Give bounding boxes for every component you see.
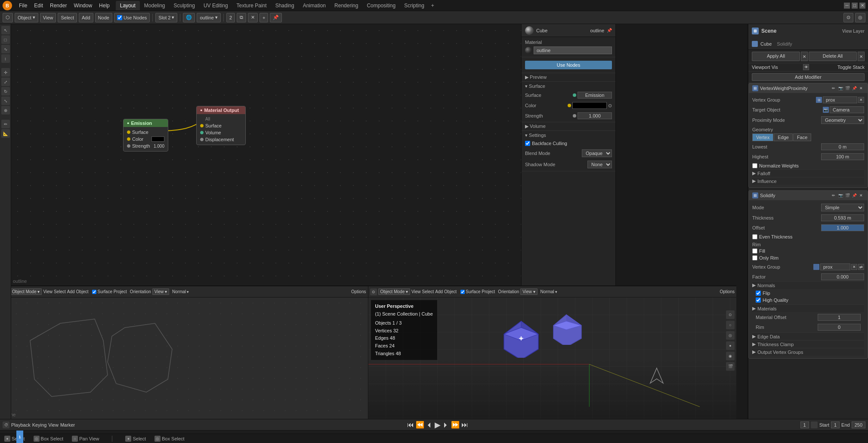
pin-icon[interactable]: 📌 bbox=[270, 13, 282, 22]
next-keyframe-btn[interactable]: ⏵ bbox=[442, 421, 449, 429]
vwp-lowest-value[interactable]: 0 m bbox=[821, 143, 864, 150]
vwp-highest-value[interactable]: 100 m bbox=[821, 153, 864, 160]
vwp-vertex-group-value[interactable]: prox bbox=[823, 96, 857, 103]
left-vp-view-btn[interactable]: View bbox=[43, 289, 53, 294]
prev-keyframe-btn[interactable]: ⏴ bbox=[426, 421, 433, 429]
vwp-vg-clear[interactable]: ✕ bbox=[858, 97, 864, 103]
tab-animation[interactable]: Animation bbox=[299, 1, 330, 10]
vwp-close-icon[interactable]: ✕ bbox=[858, 85, 864, 91]
solidify-cam-icon[interactable]: 📷 bbox=[837, 192, 843, 198]
tab-rendering[interactable]: Rendering bbox=[330, 1, 362, 10]
keyframe-icon[interactable] bbox=[811, 421, 818, 428]
surface-toggle[interactable]: ▾ Surface bbox=[525, 84, 612, 89]
flip-checkbox[interactable] bbox=[756, 291, 761, 296]
normal-dropdown-left[interactable]: Normal bbox=[172, 289, 186, 294]
tool-cursor[interactable]: ✛ bbox=[1, 68, 10, 77]
tab-compositing[interactable]: Compositing bbox=[362, 1, 400, 10]
unlink-icon[interactable]: ✕ bbox=[248, 13, 258, 22]
vwp-target-value[interactable]: Camera bbox=[830, 106, 864, 113]
solidify-close-icon[interactable]: ✕ bbox=[858, 192, 864, 198]
material-slot-name[interactable]: outline bbox=[534, 46, 612, 54]
vwp-pin-icon[interactable]: 📌 bbox=[851, 85, 857, 91]
tab-modeling[interactable]: Modeling bbox=[140, 1, 170, 10]
modifiers-scroll[interactable]: ⊞ VertexWeightProximity ✏ 📷 🎬 📌 ✕ Vertex… bbox=[748, 83, 868, 419]
jump-end-btn[interactable]: ⏭ bbox=[461, 421, 468, 429]
surface-project-checkbox-left[interactable] bbox=[92, 290, 96, 294]
color-expand-icon[interactable]: ⊙ bbox=[608, 103, 612, 108]
vwp-edit-icon[interactable]: ✏ bbox=[831, 85, 837, 91]
preview-toggle[interactable]: ▶ Preview bbox=[522, 73, 615, 82]
playback-btn[interactable]: Playback bbox=[11, 422, 31, 428]
end-frame[interactable]: 250 bbox=[852, 421, 865, 428]
next-frame-btn[interactable]: ⏩ bbox=[451, 421, 460, 429]
solidify-thickness-value[interactable]: 0.593 m bbox=[821, 214, 864, 221]
normal-dropdown-right[interactable]: Normal bbox=[541, 289, 554, 294]
vp-xray-icon[interactable]: ◎ bbox=[726, 331, 735, 340]
jump-start-btn[interactable]: ⏮ bbox=[407, 421, 414, 429]
surface-project-checkbox-right[interactable] bbox=[460, 290, 465, 294]
tool-annotate[interactable]: ✏ bbox=[1, 120, 10, 128]
solidify-mode-select[interactable]: Simple bbox=[821, 204, 864, 211]
vertex-btn[interactable]: Vertex bbox=[752, 133, 773, 141]
tab-uv-editing[interactable]: UV Editing bbox=[199, 1, 232, 10]
influence-toggle[interactable]: ▶ Influence bbox=[752, 177, 864, 185]
tool-transform[interactable]: ⊕ bbox=[1, 106, 10, 115]
new-icon[interactable]: + bbox=[259, 13, 268, 22]
normals-toggle[interactable]: ▶ Normals bbox=[752, 281, 864, 289]
current-frame-display[interactable]: 1 bbox=[800, 421, 809, 428]
edge-btn[interactable]: Edge bbox=[774, 133, 793, 141]
outline-dropdown[interactable]: outline ▾ bbox=[197, 13, 220, 22]
high-quality-checkbox[interactable] bbox=[756, 297, 761, 303]
right-vp-view-btn[interactable]: View bbox=[411, 289, 421, 294]
shadow-mode-select[interactable]: None bbox=[587, 161, 612, 168]
emission-node[interactable]: ● Emission Surface Color Strength 1.000 bbox=[123, 119, 168, 152]
tab-layout[interactable]: Layout bbox=[116, 1, 140, 10]
start-frame[interactable]: 1 bbox=[831, 421, 840, 428]
maximize-button[interactable]: □ bbox=[852, 3, 858, 9]
solidify-vg-clear[interactable]: ✕ bbox=[851, 264, 857, 270]
left-vp-mode-dropdown[interactable]: Object Mode ▾ bbox=[10, 288, 42, 295]
tool-move[interactable]: ⤢ bbox=[1, 77, 10, 86]
tab-texture-paint[interactable]: Texture Paint bbox=[232, 1, 271, 10]
options-label-right[interactable]: Options bbox=[720, 289, 735, 294]
play-btn[interactable]: ▶ bbox=[435, 420, 441, 430]
output-vertex-groups-toggle[interactable]: ▶ Output Vertex Groups bbox=[752, 348, 864, 356]
solidify-vg-flip[interactable]: ⇄ bbox=[858, 264, 864, 270]
slot-num-btn[interactable]: 2 bbox=[226, 13, 235, 22]
right-vp-add-btn[interactable]: Add bbox=[435, 289, 443, 294]
orientation-dropdown-left[interactable]: View ▾ bbox=[152, 288, 169, 295]
even-thickness-checkbox[interactable] bbox=[752, 234, 757, 239]
left-vp-select-btn[interactable]: Select bbox=[54, 289, 66, 294]
tool-scale[interactable]: ⤡ bbox=[1, 96, 10, 105]
apply-all-button[interactable]: Apply All bbox=[752, 52, 800, 61]
tab-sculpting[interactable]: Sculpting bbox=[170, 1, 199, 10]
add-workspace-btn[interactable]: + bbox=[429, 2, 437, 9]
header-use-nodes-checkbox[interactable]: Use Nodes bbox=[114, 13, 150, 22]
header-add-btn[interactable]: Add bbox=[79, 13, 93, 22]
close-button[interactable]: ✕ bbox=[859, 3, 865, 9]
falloff-toggle[interactable]: ▶ Falloff bbox=[752, 169, 864, 177]
left-vp-add-btn[interactable]: Add bbox=[67, 289, 75, 294]
material-output-node[interactable]: ● Material Output All Surface Volume Dis… bbox=[196, 106, 246, 145]
solidify-vg-value[interactable]: prox bbox=[820, 263, 850, 270]
vwp-cam-icon[interactable]: 📷 bbox=[837, 85, 843, 91]
delete-all-button[interactable]: Delete All bbox=[809, 52, 857, 61]
overlay-icon[interactable]: ◎ bbox=[855, 13, 865, 22]
menu-render[interactable]: Render bbox=[46, 2, 70, 9]
delete-icon-btn[interactable]: ✕ bbox=[858, 52, 865, 61]
tool-measure[interactable]: 📐 bbox=[1, 129, 10, 138]
left-vp-object-btn[interactable]: Object bbox=[76, 289, 89, 294]
rim-material-value[interactable]: 0 bbox=[818, 324, 861, 331]
header-node-btn[interactable]: Node bbox=[95, 13, 112, 22]
solidify-factor-value[interactable]: 0.000 bbox=[821, 273, 864, 280]
color-preview[interactable] bbox=[151, 136, 164, 142]
vp-mat-icon[interactable]: ◉ bbox=[726, 352, 735, 360]
options-label-left[interactable]: Options bbox=[351, 289, 366, 294]
vwp-render-icon[interactable]: 🎬 bbox=[844, 85, 850, 91]
solidify-edit-icon[interactable]: ✏ bbox=[831, 192, 837, 198]
viewport-vis-icon[interactable]: 👁 bbox=[803, 64, 809, 70]
tool-box[interactable]: □ bbox=[1, 35, 10, 44]
right-vp-mode-dropdown[interactable]: Object Mode ▾ bbox=[378, 288, 410, 295]
menu-file[interactable]: File bbox=[15, 2, 31, 9]
blend-mode-select[interactable]: Opaque bbox=[582, 149, 612, 157]
